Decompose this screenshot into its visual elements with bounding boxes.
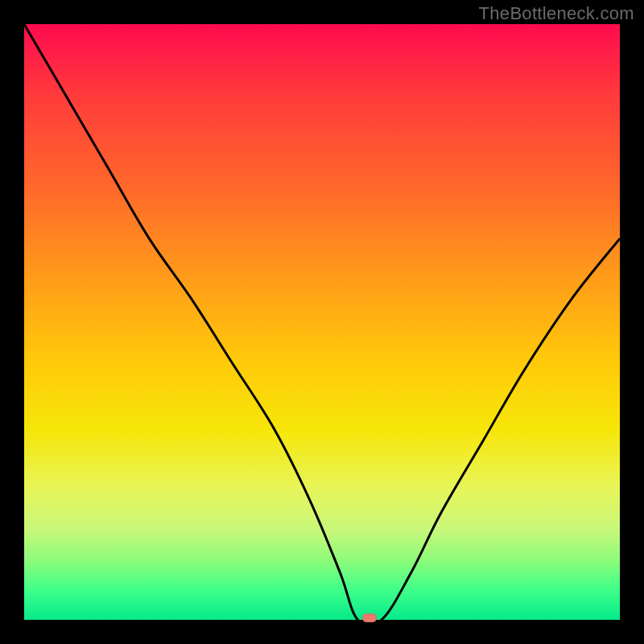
curve-svg <box>24 24 620 620</box>
chart-outer: TheBottleneck.com <box>0 0 644 644</box>
bottleneck-curve-path <box>24 24 620 626</box>
watermark: TheBottleneck.com <box>479 3 634 24</box>
plot-area <box>24 24 620 620</box>
minimum-marker <box>362 613 377 622</box>
